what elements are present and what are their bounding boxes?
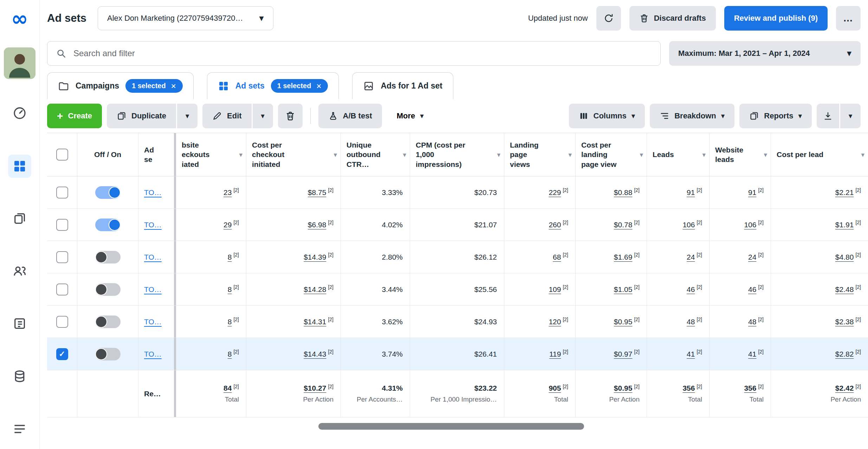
sidebar-item-overview[interactable]: [8, 102, 31, 125]
ad-set-name-link[interactable]: TO…: [144, 253, 162, 261]
edit-caret-button[interactable]: ▾: [253, 104, 273, 128]
discard-drafts-button[interactable]: Discard drafts: [629, 6, 716, 31]
meta-logo[interactable]: ∞: [11, 8, 28, 29]
more-options-button[interactable]: …: [836, 6, 861, 31]
search-filter-box[interactable]: [47, 41, 661, 66]
row-checkbox[interactable]: [56, 251, 68, 263]
tab-campaigns[interactable]: Campaigns 1 selected ✕: [47, 72, 194, 99]
search-input[interactable]: [73, 48, 652, 58]
footnote-ref: [2]: [328, 349, 333, 354]
download-icon: [823, 111, 833, 121]
row-checkbox[interactable]: [56, 284, 68, 295]
duplicate-button[interactable]: Duplicate: [107, 104, 176, 128]
metric-value: 48: [748, 318, 756, 326]
ad-set-name-link[interactable]: TO…: [144, 285, 162, 294]
metric-cell: $2.82[2]: [771, 338, 868, 370]
ad-set-toggle[interactable]: [95, 251, 121, 263]
metric-value: $14.31: [304, 318, 326, 326]
reports-button[interactable]: Reports ▾: [739, 104, 812, 128]
more-menu-button[interactable]: More ▾: [387, 104, 434, 128]
sort-caret-icon[interactable]: ▾: [239, 151, 242, 158]
duplicate-caret-button[interactable]: ▾: [177, 104, 197, 128]
ad-set-toggle[interactable]: [95, 219, 121, 231]
metric-value: 109: [549, 285, 561, 294]
sort-caret-icon[interactable]: ▾: [764, 151, 767, 158]
metric-value: 46: [687, 285, 695, 294]
date-range-dropdown[interactable]: Maximum: Mar 1, 2021 – Apr 1, 2024 ▼: [669, 41, 861, 66]
sidebar-item-campaigns[interactable]: [8, 155, 31, 178]
ad-set-name-link[interactable]: TO…: [144, 188, 162, 197]
review-publish-button[interactable]: Review and publish (9): [724, 6, 828, 31]
tab-ads[interactable]: Ads for 1 Ad set: [352, 72, 453, 99]
export-split-button: ▾: [817, 104, 861, 128]
edit-button[interactable]: Edit: [202, 104, 252, 128]
ad-set-name-link[interactable]: TO…: [144, 221, 162, 229]
row-checkbox[interactable]: [56, 187, 68, 199]
column-header[interactable]: Website leads▾: [710, 133, 771, 176]
table-cell: TO…: [138, 176, 176, 208]
refresh-icon: [603, 13, 614, 24]
column-header[interactable]: Cost per checkout initiated▾: [246, 133, 341, 176]
column-label: Off / On: [94, 150, 121, 159]
select-all-checkbox[interactable]: [56, 149, 68, 161]
avatar[interactable]: [4, 47, 35, 79]
duplicate-split-button: Duplicate ▾: [107, 104, 197, 128]
sort-caret-icon[interactable]: ▾: [403, 151, 406, 158]
export-caret-button[interactable]: ▾: [840, 104, 861, 128]
column-header[interactable]: CPM (cost per 1,000 impressions)▾: [410, 133, 504, 176]
table-cell: [47, 273, 77, 305]
tab-ad-sets[interactable]: Ad sets 1 selected ✕: [207, 72, 339, 99]
column-header[interactable]: Landing page views▾: [504, 133, 576, 176]
column-header[interactable]: Unique outbound CTR…▾: [341, 133, 410, 176]
columns-button[interactable]: Columns ▾: [569, 104, 645, 128]
row-checkbox[interactable]: [56, 219, 68, 231]
row-checkbox[interactable]: ✓: [56, 348, 68, 360]
sidebar-item-pages[interactable]: [8, 207, 31, 230]
ad-set-name-link[interactable]: TO…: [144, 350, 162, 358]
breakdown-button[interactable]: Breakdown ▾: [650, 104, 734, 128]
sort-caret-icon[interactable]: ▾: [568, 151, 572, 158]
tab-label: Ads for 1 Ad set: [381, 81, 442, 91]
ab-test-button[interactable]: A/B test: [318, 104, 382, 128]
table-body: TO…23[2]$8.75[2]3.33%$20.73229[2]$0.88[2…: [47, 176, 868, 417]
column-header[interactable]: bsite eckouts iated▾: [176, 133, 246, 176]
sort-caret-icon[interactable]: ▾: [333, 151, 337, 158]
sidebar-item-all-tools[interactable]: [8, 417, 31, 441]
sidebar-item-audiences[interactable]: [8, 259, 31, 282]
sort-caret-icon[interactable]: ▾: [702, 151, 706, 158]
chevron-down-icon: ▼: [847, 50, 851, 57]
delete-button[interactable]: [278, 104, 303, 128]
ad-set-name-link[interactable]: TO…: [144, 318, 162, 326]
ad-set-toggle[interactable]: [95, 186, 121, 199]
close-icon[interactable]: ✕: [316, 82, 322, 90]
metric-value: $2.82: [835, 350, 854, 358]
footnote-ref: [2]: [634, 317, 640, 322]
export-button[interactable]: [817, 104, 839, 128]
column-header[interactable]: Cost per lead▾: [771, 133, 868, 176]
column-header[interactable]: Cost per landing page view▾: [576, 133, 647, 176]
column-header[interactable]: Leads▾: [647, 133, 710, 176]
horizontal-scrollbar-thumb[interactable]: [318, 423, 584, 430]
close-icon[interactable]: ✕: [171, 82, 176, 90]
footnote-ref: [2]: [697, 220, 702, 225]
ad-set-toggle[interactable]: [95, 315, 121, 328]
ad-set-toggle[interactable]: [95, 348, 121, 360]
column-label: Leads: [647, 150, 674, 159]
row-checkbox[interactable]: [56, 316, 68, 328]
metric-cell: 229[2]: [504, 176, 576, 208]
footnote-ref: [2]: [634, 187, 640, 193]
account-dropdown[interactable]: Alex Don Marketing (2270759439720… ▼: [98, 6, 273, 30]
refresh-button[interactable]: [596, 6, 621, 31]
metric-cell: $14.43[2]: [246, 338, 341, 370]
create-button[interactable]: + Create: [47, 104, 102, 128]
sidebar-item-billing[interactable]: [8, 365, 31, 388]
sort-caret-icon[interactable]: ▾: [861, 151, 864, 158]
metric-value: $14.28: [304, 285, 326, 294]
footnote-ref: [2]: [328, 187, 333, 193]
metric-value: 229: [549, 188, 561, 197]
sort-caret-icon[interactable]: ▾: [497, 151, 500, 158]
ad-set-toggle[interactable]: [95, 283, 121, 296]
metric-value: $26.12: [474, 253, 497, 261]
sidebar-item-ads-reporting[interactable]: [8, 312, 31, 335]
sort-caret-icon[interactable]: ▾: [640, 151, 643, 158]
